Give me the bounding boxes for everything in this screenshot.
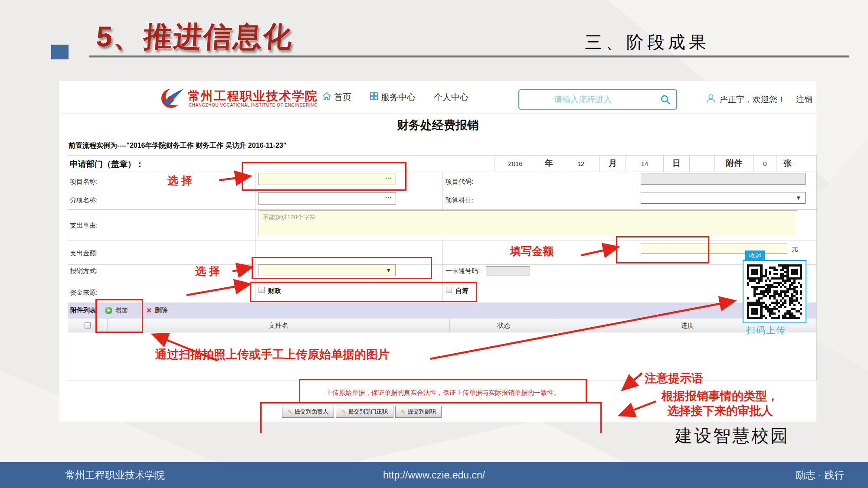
- row-border: [68, 172, 816, 172]
- date-day-value: 14: [626, 155, 663, 172]
- annotation-approver: 根据报销事情的类型， 选择接下来的审批人: [633, 389, 807, 419]
- card-number-label: 一卡通号码:: [445, 267, 480, 275]
- qr-scan-label: 扫码上传: [746, 324, 786, 336]
- amount-unit-label: 元: [792, 245, 798, 253]
- reimburse-method-label: 报销方式:: [70, 267, 98, 275]
- table-left-border: [68, 155, 68, 381]
- picker-ellipsis-icon[interactable]: ···: [385, 194, 392, 201]
- home-icon: [322, 92, 331, 103]
- annotation-select-2: 选 择: [195, 264, 220, 278]
- delete-attachment-label: 删除: [154, 306, 167, 315]
- nav-home[interactable]: 首页: [322, 91, 351, 103]
- header-divider: [59, 113, 816, 114]
- col-status: 状态: [450, 319, 558, 332]
- attachment-list-title: 附件列表: [70, 306, 96, 315]
- user-icon: [706, 93, 716, 106]
- col-divider: [442, 172, 443, 209]
- nav-home-label: 首页: [334, 91, 351, 103]
- annotation-approver-line1: 根据报销事情的类型，: [633, 389, 807, 404]
- footer-motto: 励志 · 践行: [796, 468, 844, 482]
- annotation-fill-amount: 填写金额: [510, 244, 554, 258]
- nav-personal-center[interactable]: 个人中心: [434, 91, 468, 103]
- annotation-upload-note: 通过扫描拍照上传或手工上传原始单据的图片: [155, 347, 390, 362]
- row-border: [68, 191, 816, 191]
- slide: 5、推进信息化 三、阶段成果 常州工程职业技术学院 CHANGZHOU VOCA…: [0, 0, 868, 488]
- user-greeting: 严正宇，欢迎您！: [720, 94, 786, 105]
- fund-source-label: 资金来源:: [70, 289, 98, 297]
- expense-reason-label: 支出事由:: [70, 221, 98, 230]
- date-row: 2016 年 12 月 14 日 附件 0 张: [495, 155, 816, 172]
- chevron-down-icon: ▼: [796, 195, 801, 201]
- attachment-table-header: 文件名 状态 进度: [68, 319, 816, 332]
- annotation-box-add-button: [95, 299, 143, 333]
- annotation-approver-line2: 选择接下来的审批人: [633, 404, 807, 419]
- annotation-box-prompt: [299, 379, 587, 403]
- date-month-value: 12: [562, 155, 599, 172]
- form-title: 财务处经费报销: [59, 117, 816, 133]
- search-input[interactable]: [519, 90, 676, 109]
- qr-collapse-tab[interactable]: 收起: [745, 251, 765, 260]
- logout-link[interactable]: 注销: [796, 94, 812, 105]
- sub-name-label: 分项名称:: [70, 196, 98, 205]
- annotation-box-amount: [616, 236, 709, 264]
- grid-icon: [370, 92, 378, 103]
- project-name-label: 项目名称:: [70, 178, 98, 186]
- annotation-notice: 注意提示语: [645, 371, 703, 386]
- date-day-unit: 日: [663, 155, 689, 172]
- qr-upload-panel: [743, 260, 806, 323]
- project-code-input: [641, 173, 806, 185]
- footer-bar: 常州工程职业技术学院 http://www.czie.edu.cn/ 励志 · …: [0, 462, 868, 488]
- annotation-box-reimburse-method: [252, 257, 432, 279]
- date-month-unit: 月: [599, 155, 626, 172]
- school-logo-name: 常州工程职业技术学院: [188, 88, 318, 104]
- annotation-box-buttons: [260, 402, 602, 433]
- x-delete-icon: ✕: [146, 306, 152, 315]
- select-all-checkbox[interactable]: [85, 322, 91, 329]
- search-icon[interactable]: [660, 94, 671, 107]
- user-bar: 严正宇，欢迎您！ 注销: [706, 93, 812, 106]
- attach-count: 0: [753, 155, 776, 172]
- main-nav: 首页 服务中心 个人中心: [322, 91, 468, 103]
- table-right-border: [816, 155, 817, 381]
- flow-search-box: [518, 89, 677, 110]
- row-border: [68, 209, 816, 210]
- attachment-toolbar: 附件列表 + 增加 ✕ 删除: [68, 303, 816, 319]
- budget-subject-label: 预算科目:: [445, 196, 473, 205]
- attach-label: 附件: [714, 155, 753, 172]
- title-accent-square: [51, 45, 69, 59]
- sub-name-input[interactable]: ···: [258, 192, 396, 205]
- nav-service-center[interactable]: 服务中心: [370, 91, 416, 103]
- col-divider: [638, 172, 638, 209]
- project-code-label: 项目代码:: [445, 178, 473, 186]
- slide-title: 5、推进信息化: [95, 17, 295, 56]
- nav-personal-label: 个人中心: [434, 91, 468, 103]
- school-logo-icon: [158, 88, 185, 111]
- card-number-input: [486, 266, 530, 276]
- col-filename: 文件名: [108, 319, 450, 332]
- footer-url: http://www.czie.edu.cn/: [0, 469, 868, 481]
- date-year-value: 2016: [495, 155, 536, 172]
- expense-reason-textarea[interactable]: [259, 211, 797, 236]
- annotation-box-project-name: [242, 162, 406, 191]
- dept-stamp-label: 申请部门（盖章）：: [70, 159, 144, 170]
- section-label: 三、阶段成果: [585, 30, 710, 54]
- budget-subject-select[interactable]: ▼: [641, 192, 806, 204]
- nav-service-label: 服务中心: [381, 91, 416, 103]
- annotation-select-1: 选 择: [167, 173, 192, 188]
- qr-code-image: [747, 264, 802, 319]
- date-year-unit: 年: [536, 155, 562, 172]
- row-border: [68, 264, 816, 265]
- expense-reason-field: [259, 210, 797, 236]
- annotation-box-fund-source: [250, 282, 477, 302]
- title-divider: [89, 55, 849, 58]
- attach-unit: 张: [776, 155, 816, 172]
- school-logo-english: CHANGZHOU VOCATIONAL INSTITUTE OF ENGINE…: [189, 103, 318, 107]
- preflow-instance-text: 前置流程实例为----"2016年学院财务工作 财务工作 吴访升 2016-11…: [69, 141, 286, 150]
- expense-amount-label: 支出金额:: [70, 249, 98, 257]
- delete-attachment-button[interactable]: ✕ 删除: [146, 306, 167, 315]
- date-spacer-cell: [689, 155, 714, 172]
- slide-caption: 建设智慧校园: [675, 424, 789, 448]
